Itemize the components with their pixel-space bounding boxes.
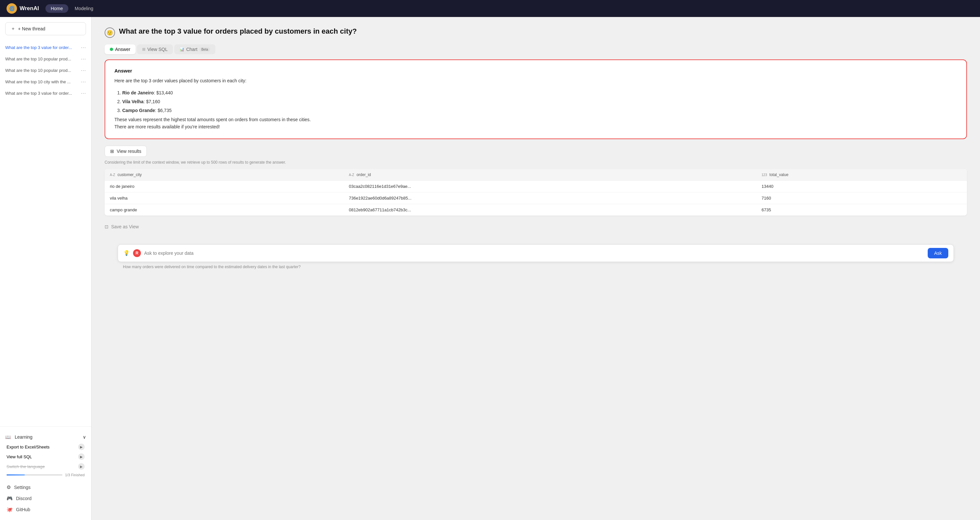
cell-customer-city: vila velha — [105, 192, 344, 204]
tab-chart[interactable]: 📊 Chart Beta — [174, 44, 215, 54]
ask-input[interactable] — [144, 250, 924, 256]
results-table-header-row: A-Z customer_city A-Z order_id 123 total… — [105, 169, 967, 181]
answer-title: Answer — [115, 68, 957, 73]
progress-bar-fill — [6, 474, 25, 476]
save-as-view-button[interactable]: ⊡ Save as View — [105, 222, 139, 231]
answer-footer-line1: These values represent the highest total… — [115, 117, 311, 122]
thread-item[interactable]: What are the top 3 value for order...⋯ — [0, 42, 91, 53]
discord-nav-item[interactable]: 🎮 Discord — [5, 493, 86, 504]
sql-icon: ⊞ — [142, 47, 145, 52]
modeling-nav-link[interactable]: Modeling — [75, 6, 94, 11]
col-label-order-id: order_id — [356, 173, 371, 177]
table-row: vila velha 736e1922ae60d0d6a89247b85... … — [105, 192, 967, 204]
tab-view-sql[interactable]: ⊞ View SQL — [137, 44, 173, 54]
main-layout: ＋ + New thread What are the top 3 value … — [0, 17, 980, 520]
thread-item[interactable]: What are the top 3 value for order...⋯ — [0, 87, 91, 99]
thread-text: What are the top 3 value for order... — [5, 45, 80, 50]
settings-label: Settings — [14, 485, 31, 490]
sidebar-nav-items: ⚙ Settings 🎮 Discord 🐙 GitHub — [0, 481, 91, 516]
answer-intro: Here are the top 3 order values placed b… — [115, 78, 957, 84]
arrow-icon: ▶ — [78, 463, 85, 470]
answer-box: Answer Here are the top 3 order values p… — [105, 59, 967, 139]
tab-sql-label: View SQL — [148, 47, 168, 52]
sidebar-bottom: 📖 Learning ∨ Export to Excel/Sheets▶View… — [0, 426, 91, 520]
results-table: A-Z customer_city A-Z order_id 123 total… — [105, 169, 967, 216]
tab-dot-answer — [110, 48, 113, 51]
learning-item[interactable]: Export to Excel/Sheets▶ — [5, 442, 86, 452]
new-thread-label: + New thread — [18, 26, 45, 31]
answer-list-item: Rio de Janeiro: $13,440 — [122, 89, 957, 96]
results-table-body: rio de janeiro 03caa2c082116e1d31e67e9ae… — [105, 180, 967, 216]
cell-total-value: 13440 — [756, 180, 967, 192]
save-icon: ⊡ — [105, 224, 108, 229]
num-icon-value: 123 — [762, 173, 767, 177]
book-icon: 📖 — [5, 434, 11, 440]
progress-container: 1/3 Finished — [6, 473, 85, 477]
learning-section: 📖 Learning ∨ Export to Excel/Sheets▶View… — [0, 431, 91, 481]
github-icon: 🐙 — [6, 507, 13, 512]
thread-options-icon[interactable]: ⋯ — [81, 56, 86, 62]
chart-beta-badge: Beta — [199, 48, 210, 52]
discord-label: Discord — [16, 496, 31, 501]
logo-text: WrenAI — [20, 5, 39, 12]
thread-options-icon[interactable]: ⋯ — [81, 44, 86, 51]
tabs-container: Answer ⊞ View SQL 📊 Chart Beta — [105, 44, 967, 54]
question-header: 🙂 What are the top 3 value for orders pl… — [105, 27, 967, 38]
az-icon-city: A-Z — [110, 173, 115, 177]
settings-icon: ⚙ — [6, 484, 11, 490]
user-avatar: R — [133, 249, 141, 257]
table-row: rio de janeiro 03caa2c082116e1d31e67e9ae… — [105, 180, 967, 192]
learning-item[interactable]: View full SQL▶ — [5, 452, 86, 461]
col-header-customer-city: A-Z customer_city — [105, 169, 344, 181]
home-nav-button[interactable]: Home — [45, 4, 68, 13]
az-icon-order: A-Z — [349, 173, 354, 177]
thread-item[interactable]: What are the top 10 popular prod...⋯ — [0, 65, 91, 76]
view-results-button[interactable]: ⊞ View results — [105, 146, 147, 157]
bottom-bar: 💡 R Ask How many orders were delivered o… — [105, 241, 967, 273]
thread-list: What are the top 3 value for order...⋯Wh… — [0, 41, 91, 426]
thread-item[interactable]: What are the top 10 popular prod...⋯ — [0, 53, 91, 65]
question-text: What are the top 3 value for orders plac… — [119, 27, 356, 36]
learning-item[interactable]: Switch the language▶ — [5, 462, 86, 471]
progress-bar-background — [6, 474, 62, 476]
cell-customer-city: campo grande — [105, 204, 344, 216]
col-label-customer-city: customer_city — [117, 173, 142, 177]
learning-item-label: Export to Excel/Sheets — [6, 445, 50, 449]
cell-total-value: 7160 — [756, 192, 967, 204]
cell-order-id: 03caa2c082116e1d31e67e9ae... — [344, 180, 756, 192]
thread-text: What are the top 10 city with the ... — [5, 79, 80, 84]
new-thread-button[interactable]: ＋ + New thread — [5, 22, 86, 35]
lightbulb-icon: 💡 — [123, 250, 130, 256]
thread-text: What are the top 10 popular prod... — [5, 57, 80, 62]
thread-options-icon[interactable]: ⋯ — [81, 67, 86, 73]
answer-list-item: Vila Velha: $7,160 — [122, 98, 957, 105]
thread-text: What are the top 10 popular prod... — [5, 68, 80, 73]
cell-customer-city: rio de janeiro — [105, 180, 344, 192]
answer-footer: These values represent the highest total… — [115, 116, 957, 131]
progress-text: 1/3 Finished — [65, 473, 85, 477]
github-label: GitHub — [16, 507, 30, 512]
answer-list-item: Campo Grande: $6,735 — [122, 107, 957, 114]
thread-options-icon[interactable]: ⋯ — [81, 90, 86, 96]
sidebar: ＋ + New thread What are the top 3 value … — [0, 17, 92, 520]
results-info: Considering the limit of the context win… — [105, 160, 967, 165]
logo[interactable]: 🌀 WrenAI — [6, 3, 39, 14]
question-icon: 🙂 — [105, 27, 115, 38]
thread-item[interactable]: What are the top 10 city with the ...⋯ — [0, 76, 91, 87]
view-results-label: View results — [117, 149, 141, 154]
col-header-total-value: 123 total_value — [756, 169, 967, 181]
arrow-icon: ▶ — [78, 453, 85, 460]
col-label-total-value: total_value — [770, 173, 788, 177]
ask-button[interactable]: Ask — [928, 248, 948, 258]
github-nav-item[interactable]: 🐙 GitHub — [5, 504, 86, 515]
settings-nav-item[interactable]: ⚙ Settings — [5, 482, 86, 493]
thread-text: What are the top 3 value for order... — [5, 91, 80, 96]
tab-answer[interactable]: Answer — [105, 44, 136, 54]
col-header-order-id: A-Z order_id — [344, 169, 756, 181]
plus-icon: ＋ — [11, 26, 15, 32]
ask-bar: 💡 R Ask — [118, 244, 954, 262]
learning-item-label: View full SQL — [6, 454, 32, 459]
thread-options-icon[interactable]: ⋯ — [81, 79, 86, 85]
learning-header[interactable]: 📖 Learning ∨ — [5, 433, 86, 441]
arrow-icon: ▶ — [78, 444, 85, 450]
